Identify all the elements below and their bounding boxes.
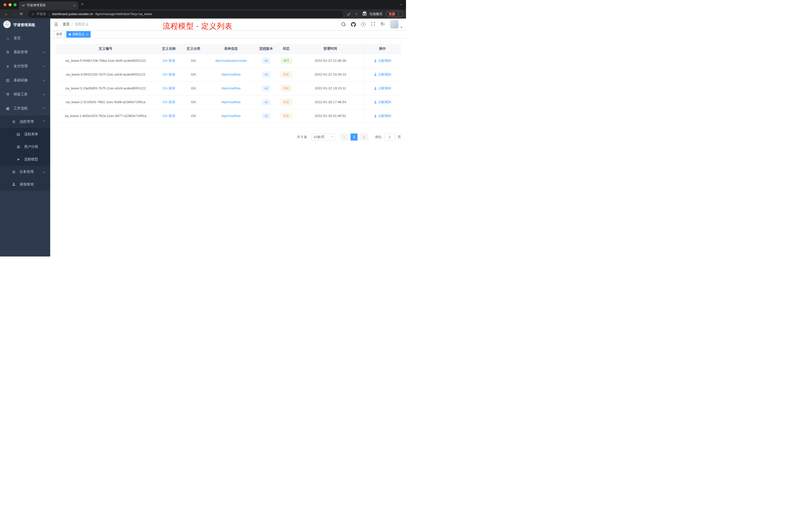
sidebar: 芋道管理系统 ⌂ 首页 ⚙ 系统管理 ¥ 支付管理 ▥ 基础设施 [0,19,50,256]
sidebar-item-task-management[interactable]: ⊞ 任务管理 [0,165,50,178]
sidebar-item-system-management[interactable]: ⚙ 系统管理 [0,45,50,59]
form-info-link[interactable]: /bpm/oa/flow [222,114,241,118]
close-window-button[interactable] [3,3,6,6]
status-badge: 挂起 [281,85,292,91]
sidebar-item-label: 流程模型 [24,157,38,162]
tag-home[interactable]: 首页 [54,31,65,38]
tab-close-icon[interactable]: × [74,3,76,7]
chevron-down-icon [43,171,45,173]
definition-name-link[interactable]: OA 请假 [163,59,175,62]
sidebar-item-workflow[interactable]: ▣ 工作流程 [0,101,50,116]
browser-menu-icon[interactable]: ⋮ [397,12,400,16]
fullscreen-icon[interactable] [371,22,375,27]
definition-id-cell: oa_leave:4:991f2193-7b7f-11ec-a3c8-acde4… [55,67,156,81]
sidebar-item-process-model[interactable]: ➤ 流程模型 [0,153,50,165]
sidebar-item-process-management[interactable]: ≣ 流程管理 [0,116,50,128]
prev-page-button[interactable]: ‹ [341,133,348,141]
definition-name-link[interactable]: OA 请假 [163,114,175,118]
password-key-icon[interactable] [347,12,351,16]
sidebar-item-process-form[interactable]: ▤ 流程表单 [0,128,50,141]
form-info-link[interactable]: /bpm/oa/flow [222,72,241,76]
pagination: 共 5 条 10条/页 ▾ ‹ 1 › 前往 页 [55,133,401,141]
app-title: 芋道管理系统 [13,23,35,27]
browser-window: 芋道管理系统 × + ⌄ ← → ⟳ ⚠ 不安全 | dashboard.yud… [0,0,406,256]
avatar[interactable] [390,20,399,29]
col-deploy-time: 部署时间 [297,44,364,54]
font-size-icon[interactable]: TT [381,22,385,26]
definition-id-cell: oa_leave:3:1fad3d93-7b75-11ec-a3c8-acde4… [55,81,156,95]
tag-process-definition[interactable]: 流程定义 × [66,31,91,38]
security-warning-icon: ⚠ [32,12,34,16]
deploy-time-cell: 2022-01-22 21:48:38 [297,54,364,67]
app-root: 芋道管理系统 ⌂ 首页 ⚙ 系统管理 ¥ 支付管理 ▥ 基础设施 [0,19,406,256]
sidebar-item-label: 流程表单 [24,132,38,137]
sidebar-item-user-group[interactable]: 用户分组 [0,141,50,153]
browser-tabstrip: 芋道管理系统 × + ⌄ [0,0,406,9]
sidebar-item-home[interactable]: ⌂ 首页 [0,31,50,45]
chevron-down-icon [43,79,45,81]
github-icon[interactable] [351,22,356,27]
page-size-select[interactable]: 10条/页 ▾ [311,133,335,141]
tag-label: 流程定义 [72,32,84,36]
forward-button[interactable]: → [10,12,17,16]
browser-tab[interactable]: 芋道管理系统 × [19,1,78,9]
assign-rule-button[interactable]: 分配规则 [374,72,391,77]
main-area: ☰ 首页 / 流程定义 ? TT ▾ [50,19,406,256]
sidebar-logo[interactable]: 芋道管理系统 [0,19,50,31]
tags-view: 首页 流程定义 × [50,30,406,39]
browser-update-button[interactable]: 更新 ⋮ [386,11,403,17]
sidebar-toggle-icon[interactable]: ☰ [54,22,58,27]
sidebar-item-leave-query[interactable]: 请假查询 [0,178,50,191]
table-row: oa_leave:3:1fad3d93-7b75-11ec-a3c8-acde4… [55,81,401,95]
sidebar-item-label: 系统管理 [13,50,28,55]
page-number-1[interactable]: 1 [350,133,357,141]
assign-rule-button[interactable]: 分配规则 [374,86,391,91]
assign-rule-button[interactable]: 分配规则 [374,114,391,118]
definition-name-link[interactable]: OA 请假 [163,86,175,90]
sidebar-item-dev-tools[interactable]: ⚒ 研发工具 [0,87,50,101]
status-badge: 挂起 [281,113,292,119]
form-info-link[interactable]: /bpm/oa/flow [222,86,241,90]
definition-category-cell: OA [182,81,205,95]
dashboard-icon: ⌂ [5,36,10,40]
assign-rule-label: 分配规则 [378,72,391,77]
status-badge: 挂起 [281,99,292,105]
tag-close-icon[interactable]: × [86,33,88,36]
sidebar-item-label: 基础设施 [13,78,28,83]
help-icon[interactable]: ? [361,22,366,27]
assign-rule-label: 分配规则 [378,114,391,118]
incognito-icon [361,11,368,17]
form-info-link[interactable]: /bpm/oa/flow [222,100,241,104]
assign-rule-button[interactable]: 分配规则 [374,58,391,63]
tab-favicon-icon [21,3,25,8]
maximize-window-button[interactable] [13,3,17,6]
definition-name-link[interactable]: OA 请假 [163,100,175,104]
security-label[interactable]: 不安全 [36,12,46,16]
goto-page-input[interactable] [384,133,395,141]
chevron-down-icon [43,93,45,95]
address-bar[interactable]: ⚠ 不安全 | dashboard.yudao.iocoder.cn/bpm/m… [28,10,343,18]
assign-rule-button[interactable]: 分配规则 [374,100,391,104]
back-button[interactable]: ← [3,12,9,16]
avatar-caret-icon[interactable]: ▾ [401,26,402,29]
bookmark-star-icon[interactable]: ☆ [355,12,358,16]
minimize-window-button[interactable] [8,3,11,6]
breadcrumb: 首页 / 流程定义 [62,22,89,27]
definition-id-cell: oa_leave:5:004b710b-7b8a-11ec-8ef0-acde4… [55,54,156,67]
definition-name-link[interactable]: OA 请假 [163,72,175,76]
tab-title: 芋道管理系统 [27,3,71,7]
assign-rule-label: 分配规则 [378,58,391,63]
breadcrumb-home[interactable]: 首页 [62,22,69,27]
sidebar-item-payment-management[interactable]: ¥ 支付管理 [0,59,50,73]
sidebar-item-infrastructure[interactable]: ▥ 基础设施 [0,73,50,87]
tab-search-chevron-icon[interactable]: ⌄ [400,2,403,6]
form-info-link[interactable]: /bpm/oa/leave/create [215,59,247,62]
col-definition-category: 定义分类 [182,44,205,54]
search-icon[interactable] [342,22,346,27]
reload-button[interactable]: ⟳ [18,11,25,16]
url-path: /bpm/manager/definition?key=oa_leave [95,12,152,16]
new-tab-button[interactable]: + [81,2,84,7]
assign-rule-label: 分配规则 [378,86,391,91]
next-page-button[interactable]: › [360,133,368,141]
definition-id-cell: oa_leave:1:482ec033-762a-11ec-8477-a2380… [55,109,156,123]
